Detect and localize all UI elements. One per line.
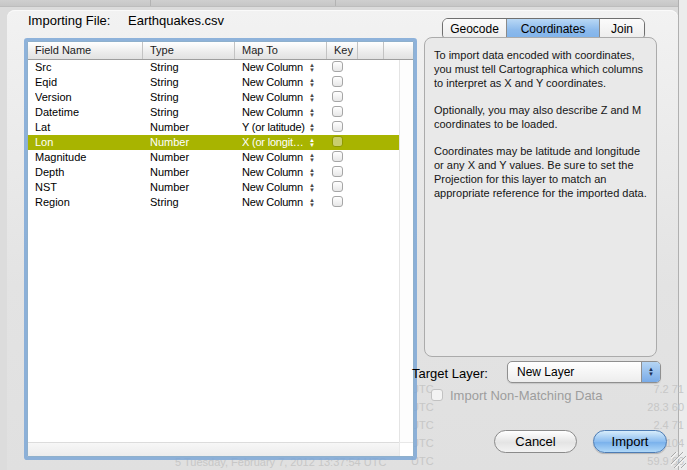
tab-coordinates[interactable]: Coordinates — [507, 19, 600, 39]
map-to-popup[interactable]: New Column — [242, 180, 306, 195]
map-to-popup[interactable]: New Column — [242, 60, 306, 75]
horizontal-scrollbar-track[interactable] — [28, 442, 399, 456]
field-name-cell: NST — [35, 180, 145, 195]
type-cell: String — [150, 60, 236, 75]
key-checkbox[interactable] — [332, 106, 343, 117]
map-to-popup[interactable]: X (or longit… — [242, 135, 306, 150]
map-to-popup[interactable]: New Column — [242, 195, 306, 210]
field-name-cell: Lat — [35, 120, 145, 135]
table-body: SrcStringNew Column▲▼EqidStringNew Colum… — [28, 60, 399, 442]
parent-window-toolbar-edge — [0, 0, 687, 7]
map-to-popup[interactable]: New Column — [242, 90, 306, 105]
column-header-field-name[interactable]: Field Name — [28, 42, 143, 59]
map-to-popup[interactable]: New Column — [242, 165, 306, 180]
key-checkbox[interactable] — [332, 166, 343, 177]
column-header-key[interactable]: Key — [327, 42, 358, 59]
import-non-matching-checkbox[interactable] — [431, 389, 443, 401]
table-row-src[interactable]: SrcStringNew Column▲▼ — [28, 60, 399, 75]
help-paragraph: Coordinates may be latitude and longitud… — [434, 144, 647, 200]
key-checkbox[interactable] — [332, 196, 343, 207]
field-name-cell: Version — [35, 90, 145, 105]
table-row-lat[interactable]: LatNumberY (or latitude)▲▼ — [28, 120, 399, 135]
field-name-cell: Magnitude — [35, 150, 145, 165]
popup-arrows-icon: ▲▼ — [641, 362, 660, 382]
key-checkbox[interactable] — [332, 136, 343, 147]
table-row-version[interactable]: VersionStringNew Column▲▼ — [28, 90, 399, 105]
map-to-popup[interactable]: New Column — [242, 150, 306, 165]
type-cell: String — [150, 195, 236, 210]
map-to-stepper-icon[interactable]: ▲▼ — [308, 181, 316, 194]
type-cell: String — [150, 105, 236, 120]
type-cell: Number — [150, 180, 236, 195]
table-row-region[interactable]: RegionStringNew Column▲▼ — [28, 195, 399, 210]
type-cell: Number — [150, 165, 236, 180]
map-to-popup[interactable]: New Column — [242, 75, 306, 90]
map-to-popup[interactable]: New Column — [242, 105, 306, 120]
cancel-button[interactable]: Cancel — [494, 430, 577, 453]
map-to-stepper-icon[interactable]: ▲▼ — [308, 106, 316, 119]
map-to-stepper-icon[interactable]: ▲▼ — [308, 91, 316, 104]
table-row-eqid[interactable]: EqidStringNew Column▲▼ — [28, 75, 399, 90]
type-cell: Number — [150, 135, 236, 150]
key-checkbox[interactable] — [332, 121, 343, 132]
map-to-stepper-icon[interactable]: ▲▼ — [308, 121, 316, 134]
sheet-title-label: Importing File: — [28, 13, 110, 28]
map-to-stepper-icon[interactable]: ▲▼ — [308, 136, 316, 149]
field-name-cell: Src — [35, 60, 145, 75]
type-cell: String — [150, 90, 236, 105]
target-layer-popup[interactable]: New Layer ▲▼ — [507, 361, 661, 383]
type-cell: String — [150, 75, 236, 90]
help-paragraph: Optionally, you may also describe Z and … — [434, 103, 647, 131]
key-checkbox[interactable] — [332, 181, 343, 192]
table-row-lon[interactable]: LonNumberX (or longit…▲▼ — [28, 135, 399, 150]
table-row-datetime[interactable]: DatetimeStringNew Column▲▼ — [28, 105, 399, 120]
table-header: Field NameTypeMap ToKey — [28, 42, 413, 60]
parent-window-edge — [678, 0, 687, 470]
field-mapping-table[interactable]: Field NameTypeMap ToKey SrcStringNew Col… — [27, 41, 414, 457]
toolbar-divider — [150, 0, 151, 6]
field-name-cell: Lon — [35, 135, 145, 150]
coordinates-help-box: To import data encoded with coordinates,… — [424, 37, 657, 357]
table-row-depth[interactable]: DepthNumberNew Column▲▼ — [28, 165, 399, 180]
table-row-magnitude[interactable]: MagnitudeNumberNew Column▲▼ — [28, 150, 399, 165]
toolbar-divider — [335, 0, 336, 6]
field-name-cell: Datetime — [35, 105, 145, 120]
tab-join[interactable]: Join — [600, 19, 644, 39]
key-checkbox[interactable] — [332, 151, 343, 162]
window-resize-grip[interactable] — [671, 452, 686, 468]
map-to-stepper-icon[interactable]: ▲▼ — [308, 61, 316, 74]
map-to-stepper-icon[interactable]: ▲▼ — [308, 151, 316, 164]
key-checkbox[interactable] — [332, 76, 343, 87]
type-cell: Number — [150, 150, 236, 165]
table-row-nst[interactable]: NSTNumberNew Column▲▼ — [28, 180, 399, 195]
column-header-type[interactable]: Type — [143, 42, 235, 59]
key-checkbox[interactable] — [332, 91, 343, 102]
import-button[interactable]: Import — [593, 430, 667, 453]
tab-geocode[interactable]: Geocode — [443, 19, 507, 39]
field-name-cell: Region — [35, 195, 145, 210]
field-name-cell: Eqid — [35, 75, 145, 90]
vertical-scrollbar-track[interactable] — [399, 60, 413, 442]
scrollbar-corner — [399, 442, 413, 456]
map-to-popup[interactable]: Y (or latitude) — [242, 120, 306, 135]
import-non-matching-label: Import Non-Matching Data — [450, 388, 602, 403]
help-paragraph: To import data encoded with coordinates,… — [434, 48, 647, 90]
key-checkbox[interactable] — [332, 61, 343, 72]
map-to-stepper-icon[interactable]: ▲▼ — [308, 196, 316, 209]
type-cell: Number — [150, 120, 236, 135]
map-to-stepper-icon[interactable]: ▲▼ — [308, 76, 316, 89]
target-layer-value: New Layer — [517, 362, 574, 382]
column-header-blank[interactable] — [358, 42, 384, 59]
field-name-cell: Depth — [35, 165, 145, 180]
target-layer-label: Target Layer: — [412, 366, 488, 381]
map-to-stepper-icon[interactable]: ▲▼ — [308, 166, 316, 179]
column-header-map-to[interactable]: Map To — [235, 42, 327, 59]
importing-file-name: Earthquakes.csv — [128, 13, 224, 28]
